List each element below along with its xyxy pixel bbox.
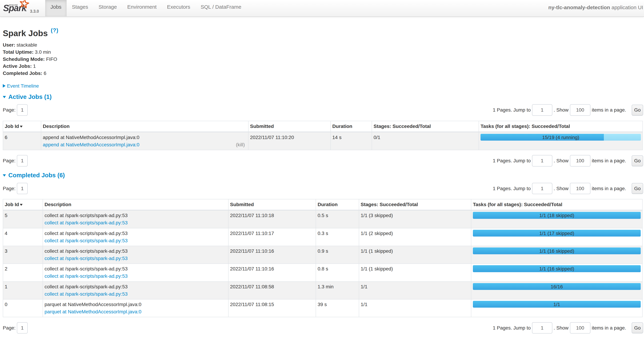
svg-text:Spark: Spark <box>3 3 27 13</box>
svg-text:TM: TM <box>25 10 27 11</box>
